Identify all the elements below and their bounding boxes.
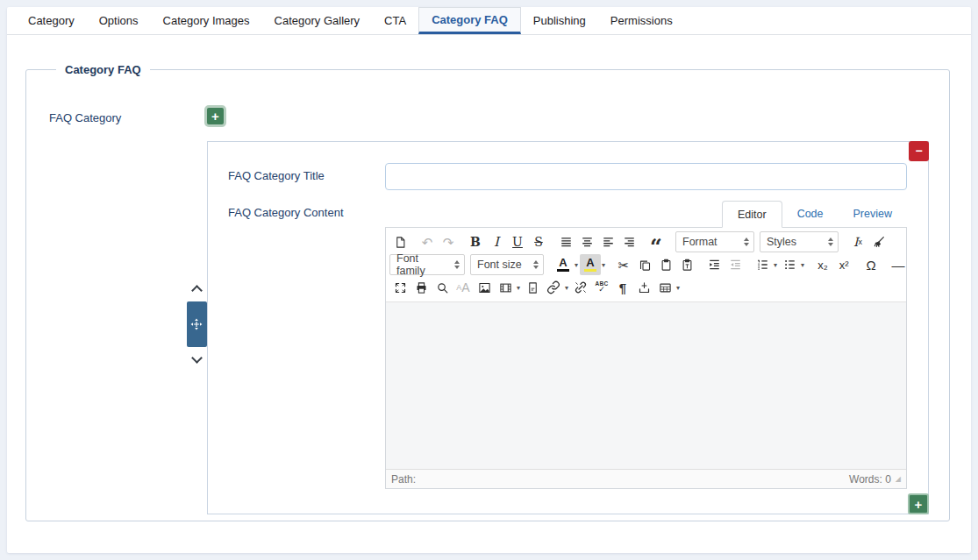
background-color-caret-icon[interactable]: ▾: [602, 261, 605, 269]
spellcheck-icon[interactable]: ABC ✓: [591, 277, 612, 298]
print-icon[interactable]: [410, 277, 432, 298]
align-left-icon[interactable]: [597, 231, 618, 252]
paste-as-text-icon[interactable]: [676, 254, 697, 275]
category-faq-fieldset: Category FAQ FAQ Category + − FAQ Catego…: [25, 63, 950, 521]
fullscreen-icon[interactable]: [389, 277, 410, 298]
move-up-icon[interactable]: [191, 285, 203, 296]
editor-statusbar: Path: Words: 0 ◢: [386, 469, 906, 488]
text-color-caret-icon[interactable]: ▾: [575, 261, 578, 269]
new-document-icon[interactable]: [389, 231, 410, 252]
copy-icon[interactable]: [634, 254, 655, 275]
clean-messy-code-icon[interactable]: [868, 231, 889, 252]
numbered-list-icon[interactable]: [752, 254, 773, 275]
tab-options[interactable]: Options: [87, 7, 151, 34]
undo-icon[interactable]: ↶: [417, 231, 438, 252]
fieldset-legend: Category FAQ: [56, 63, 150, 76]
editor-view-tabs: Editor Code Preview: [385, 201, 907, 228]
word-count: Words: 0: [849, 473, 891, 486]
link-caret-icon[interactable]: ▾: [565, 284, 568, 292]
rich-text-editor: ↶ ↷ B I U S: [385, 228, 907, 489]
main-card: Category Options Category Images Categor…: [7, 7, 971, 553]
add-faq-item-button[interactable]: +: [204, 105, 226, 127]
table-caret-icon[interactable]: ▾: [676, 284, 680, 292]
toolbar-row-2: Font family Font size A: [389, 253, 903, 276]
page-tab-bar: Category Options Category Images Categor…: [7, 7, 971, 35]
path-label: Path:: [391, 473, 416, 486]
superscript-icon[interactable]: x²: [833, 254, 854, 275]
font-size-select[interactable]: Font size: [470, 254, 544, 275]
italic-icon[interactable]: I: [486, 231, 507, 252]
faq-title-input[interactable]: [385, 163, 907, 190]
paragraph-icon[interactable]: ¶: [612, 277, 633, 298]
resize-grip-icon[interactable]: ◢: [896, 475, 901, 483]
numbered-list-caret-icon[interactable]: ▾: [774, 261, 777, 269]
drag-handle[interactable]: [187, 301, 207, 347]
align-center-icon[interactable]: [576, 231, 597, 252]
bullet-list-icon[interactable]: [779, 254, 800, 275]
tab-category-gallery[interactable]: Category Gallery: [262, 7, 373, 34]
faq-title-label: FAQ Category Title: [228, 169, 325, 182]
toolbar-row-3: AA ▾: [389, 276, 903, 299]
font-preview-icon[interactable]: AA: [453, 277, 474, 298]
faq-content-label: FAQ Category Content: [228, 206, 344, 219]
add-another-faq-item-button[interactable]: +: [908, 493, 929, 514]
underline-icon[interactable]: U: [507, 231, 528, 252]
insert-icon[interactable]: [633, 277, 654, 298]
editor-toolbar: ↶ ↷ B I U S: [386, 228, 906, 302]
cut-icon[interactable]: ✂: [613, 254, 634, 275]
text-color-icon[interactable]: A: [553, 254, 574, 275]
align-right-icon[interactable]: [618, 231, 639, 252]
insert-media-icon[interactable]: [495, 277, 516, 298]
preview-tab[interactable]: Preview: [839, 201, 907, 227]
code-tab[interactable]: Code: [782, 201, 839, 227]
table-icon[interactable]: [654, 277, 675, 298]
content-editor: Editor Code Preview: [385, 201, 907, 489]
format-select[interactable]: Format: [675, 231, 754, 252]
insert-template-icon[interactable]: [522, 277, 543, 298]
align-justify-icon[interactable]: [555, 231, 576, 252]
select-arrows-icon: [454, 260, 460, 269]
bold-icon[interactable]: B: [465, 231, 486, 252]
tab-category-faq[interactable]: Category FAQ: [418, 7, 521, 34]
tab-cta[interactable]: CTA: [372, 7, 418, 34]
insert-link-icon[interactable]: [543, 277, 564, 298]
horizontal-rule-icon[interactable]: —: [888, 254, 909, 275]
editor-tab[interactable]: Editor: [722, 201, 782, 228]
tab-category[interactable]: Category: [16, 7, 87, 34]
move-down-icon[interactable]: [191, 352, 203, 364]
remove-faq-item-button[interactable]: −: [909, 141, 929, 161]
special-character-icon[interactable]: Ω: [860, 254, 882, 275]
bullet-list-caret-icon[interactable]: ▾: [801, 261, 804, 269]
select-arrows-icon: [533, 260, 539, 269]
media-caret-icon[interactable]: ▾: [517, 284, 520, 292]
strikethrough-icon[interactable]: S: [528, 231, 549, 252]
item-reorder-controls: [183, 287, 210, 362]
tab-category-images[interactable]: Category Images: [151, 7, 262, 34]
search-replace-icon[interactable]: [432, 277, 453, 298]
blockquote-icon[interactable]: “: [646, 231, 667, 252]
toolbar-row-1: ↶ ↷ B I U S: [389, 230, 903, 253]
select-arrows-icon: [828, 237, 833, 246]
subscript-icon[interactable]: x₂: [812, 254, 833, 275]
move-icon: [190, 318, 203, 330]
editor-content-area[interactable]: [386, 302, 906, 469]
select-arrows-icon: [744, 237, 749, 246]
tab-permissions[interactable]: Permissions: [598, 7, 685, 34]
remove-format-icon[interactable]: Ix: [847, 231, 868, 252]
tab-publishing[interactable]: Publishing: [521, 7, 598, 34]
styles-select[interactable]: Styles: [760, 231, 839, 252]
indent-icon[interactable]: [703, 254, 725, 275]
paste-icon[interactable]: [655, 254, 676, 275]
outdent-icon[interactable]: [725, 254, 746, 275]
faq-category-label: FAQ Category: [49, 111, 121, 124]
font-family-select[interactable]: Font family: [389, 254, 465, 275]
unlink-icon[interactable]: [570, 277, 591, 298]
background-color-icon[interactable]: A: [580, 254, 601, 275]
redo-icon[interactable]: ↷: [438, 231, 459, 252]
faq-item-panel: − FAQ Category Title FAQ Category Conten…: [207, 141, 929, 514]
insert-image-icon[interactable]: [474, 277, 495, 298]
